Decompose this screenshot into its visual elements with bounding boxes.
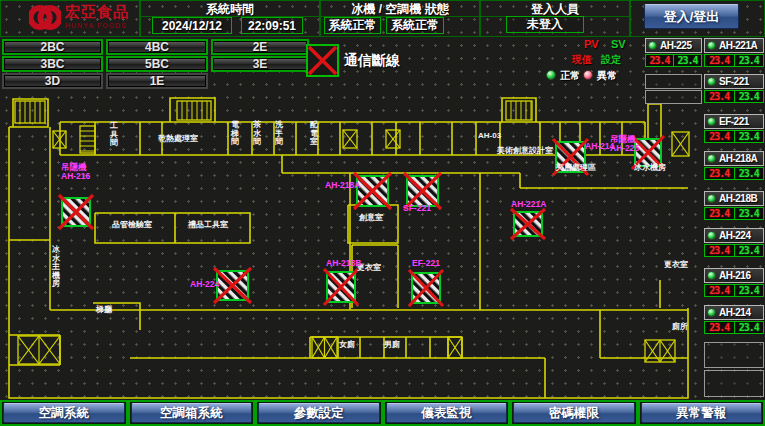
unit-ef-221[interactable]: EF-221 bbox=[704, 114, 764, 129]
unit-pv-value: 23.4 bbox=[705, 322, 735, 333]
hmi-screen: 宏亞食品 HUNYA FOODS 系統時間 2024/12/12 22:09:5… bbox=[0, 0, 765, 426]
unit-name-label: AH-218B bbox=[719, 193, 757, 204]
unit-pv-value: 23.4 bbox=[705, 245, 735, 256]
unit-sv-value: 23.4 bbox=[735, 322, 764, 333]
unit-marker-label: AH-221A bbox=[511, 199, 546, 209]
unit-pv-value: 23.4 bbox=[646, 55, 674, 66]
nav-password-permission[interactable]: 密碼權限 bbox=[513, 403, 635, 423]
ahu-status-value: 系統正常 bbox=[386, 17, 444, 34]
unit-ah-214[interactable]: AH-214 bbox=[704, 305, 764, 320]
nav-frame: 儀表監視 bbox=[383, 400, 511, 426]
abnormal-led-icon bbox=[583, 70, 593, 80]
service-block-icon bbox=[448, 337, 462, 358]
unit-pv-value: 23.4 bbox=[705, 168, 735, 179]
chiller-status-value: 系統正常 bbox=[324, 17, 381, 34]
unit-sv-value: 23.4 bbox=[674, 55, 701, 66]
pv-label: PV bbox=[584, 38, 599, 50]
comm-fail-label: 通信斷線 bbox=[344, 52, 400, 70]
unit-values-ah-216: 23.423.4 bbox=[704, 284, 764, 297]
nav-ahu-system[interactable]: 空調箱系統 bbox=[131, 403, 253, 423]
unit-ah-218a[interactable]: AH-218A bbox=[704, 151, 764, 166]
stairs-icon bbox=[177, 101, 211, 120]
unit-ah-221a[interactable]: AH-221A bbox=[704, 38, 764, 53]
room-label: 女廁 bbox=[338, 339, 355, 349]
floorplan: 工具間乾熱處理室電梯間茶水間洗手間配電室AH-03美術創意設計室夾層處理區冰水機… bbox=[0, 92, 765, 400]
unit-status-led-icon bbox=[707, 308, 716, 317]
unit-values-ah-225: 23.423.4 bbox=[645, 54, 702, 67]
unit-ah-216[interactable]: AH-216 bbox=[704, 268, 764, 283]
unit-sf-221[interactable]: SF-221 bbox=[704, 74, 764, 89]
service-block-icon bbox=[312, 337, 337, 358]
unit-status-led-icon bbox=[648, 41, 657, 50]
sv-name-label: 設定 bbox=[601, 53, 621, 67]
room-label: 冰水機房 bbox=[634, 162, 666, 172]
floor-button-5bc[interactable]: 5BC bbox=[108, 58, 206, 70]
login-label: 登入人員 bbox=[481, 2, 629, 17]
unit-values-ef-221: 23.423.4 bbox=[704, 130, 764, 143]
unit-name-label: EF-221 bbox=[719, 116, 749, 127]
elevator-icon bbox=[672, 132, 689, 156]
unit-sv-value: 23.4 bbox=[735, 91, 764, 102]
comm-fail-marker[interactable] bbox=[214, 268, 251, 303]
unit-values-ah-221a: 23.423.4 bbox=[704, 54, 764, 67]
floor-button-4bc[interactable]: 4BC bbox=[108, 41, 206, 53]
normal-legend-label: 正常 bbox=[560, 69, 580, 83]
service-block-icon bbox=[18, 336, 60, 364]
unit-name-label: AH-214 bbox=[719, 307, 750, 318]
unit-sv-value: 23.4 bbox=[735, 245, 764, 256]
nav-ac-system[interactable]: 空調系統 bbox=[3, 403, 125, 423]
brand-name: 宏亞食品 bbox=[65, 4, 129, 19]
nav-parameter-settings[interactable]: 參數設定 bbox=[258, 403, 380, 423]
room-label: 夾層處理區 bbox=[555, 163, 596, 172]
system-clock-value: 22:09:51 bbox=[241, 17, 303, 34]
comm-fail-icon bbox=[306, 44, 339, 77]
floor-button-2e[interactable]: 2E bbox=[213, 41, 307, 53]
room-label: 美術創意設計室 bbox=[496, 145, 553, 155]
floor-button-frame: 3BC bbox=[2, 56, 103, 72]
comm-fail-marker[interactable] bbox=[354, 173, 391, 209]
brand-subtitle: HUNYA FOODS bbox=[65, 22, 129, 29]
room-label: 梯廳 bbox=[95, 305, 113, 314]
nav-frame: 密碼權限 bbox=[510, 400, 638, 426]
unit-status-led-icon bbox=[707, 154, 716, 163]
floor-button-frame: 5BC bbox=[106, 56, 208, 72]
unit-marker-label: AH-218B bbox=[326, 258, 361, 268]
login-logout-button[interactable]: 登入/登出 bbox=[644, 4, 739, 29]
comm-fail-marker[interactable] bbox=[324, 269, 358, 305]
login-user-value: 未登入 bbox=[506, 16, 584, 33]
floor-button-1e[interactable]: 1E bbox=[108, 75, 206, 87]
unit-status-led-icon bbox=[707, 41, 716, 50]
floor-button-3bc[interactable]: 3BC bbox=[4, 58, 101, 70]
unit-sv-value: 23.4 bbox=[735, 208, 764, 219]
comm-fail-marker[interactable] bbox=[59, 195, 93, 229]
nav-meter-monitor[interactable]: 儀表監視 bbox=[386, 403, 508, 423]
unit-name-label: SF-221 bbox=[719, 76, 749, 87]
unit-status-led-icon bbox=[707, 117, 716, 126]
floor-button-2bc[interactable]: 2BC bbox=[4, 41, 101, 53]
unit-pv-value: 23.4 bbox=[705, 91, 735, 102]
room-label: 配電室 bbox=[310, 120, 319, 146]
room-label: 更衣室 bbox=[664, 259, 688, 269]
unit-ah-224[interactable]: AH-224 bbox=[704, 228, 764, 243]
sv-label: SV bbox=[611, 38, 626, 50]
header-brand-section: 宏亞食品 HUNYA FOODS bbox=[0, 0, 140, 37]
unit-marker-label: AH-224 bbox=[190, 279, 220, 289]
unit-status-led-icon bbox=[707, 271, 716, 280]
comm-fail-marker[interactable] bbox=[409, 270, 443, 306]
system-date-value: 2024/12/12 bbox=[152, 17, 232, 34]
unit-ah-218b[interactable]: AH-218B bbox=[704, 191, 764, 206]
room-label: 男廁 bbox=[383, 339, 400, 349]
empty-box bbox=[645, 74, 702, 89]
brand-logo-icon bbox=[29, 4, 61, 32]
unit-ah-225[interactable]: AH-225 bbox=[645, 38, 702, 53]
unit-sv-value: 23.4 bbox=[735, 55, 764, 66]
unit-sv-value: 23.4 bbox=[735, 168, 764, 179]
nav-frame: 空調系統 bbox=[0, 400, 128, 426]
unit-sv-value: 23.4 bbox=[735, 131, 764, 142]
nav-alarm[interactable]: 異常警報 bbox=[641, 403, 763, 423]
floor-button-3d[interactable]: 3D bbox=[4, 75, 101, 87]
floor-button-3e[interactable]: 3E bbox=[213, 58, 307, 70]
empty-box bbox=[704, 370, 764, 397]
room-label: 廁所 bbox=[671, 321, 688, 331]
comm-fail-marker[interactable] bbox=[511, 209, 545, 239]
